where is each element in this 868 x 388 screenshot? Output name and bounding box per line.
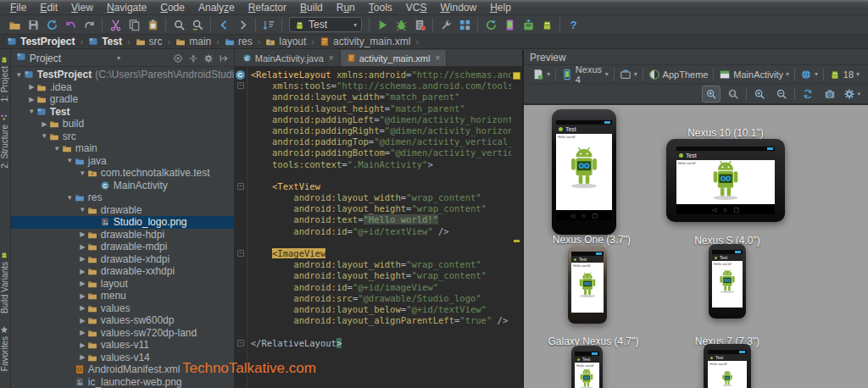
tree-expand-icon[interactable]: ▶ <box>78 329 87 336</box>
run-icon[interactable] <box>373 16 392 33</box>
tree-collapse-icon[interactable]: ▼ <box>14 71 24 79</box>
device-screen[interactable]: TestHello world! <box>575 352 599 388</box>
close-icon[interactable]: × <box>329 53 334 63</box>
sdk-manager-icon[interactable] <box>519 16 537 33</box>
menu-run[interactable]: Run <box>330 1 362 14</box>
collapse-all-icon[interactable] <box>188 53 198 64</box>
tree-item-values[interactable]: ▶values <box>11 302 234 315</box>
device-preview-nexus-4[interactable]: TestHello world!◁⌂▢ <box>552 109 616 235</box>
paste-icon[interactable] <box>143 16 162 33</box>
device-screen[interactable]: TestHello world! <box>712 250 743 308</box>
menu-help[interactable]: Help <box>483 1 518 14</box>
zoom-in[interactable] <box>750 86 769 103</box>
device-preview-nexus-s[interactable]: TestHello world! <box>709 244 746 319</box>
back-icon[interactable] <box>214 16 233 33</box>
device-preview-nexus-10[interactable]: TestHello world!◁⌂▢ <box>666 139 785 222</box>
menu-file[interactable]: File <box>3 1 33 14</box>
menu-refactor[interactable]: Refactor <box>242 1 293 14</box>
zoom-to-fit[interactable] <box>702 86 721 103</box>
locale-select[interactable]: ▾ <box>795 66 823 83</box>
find-icon[interactable] <box>170 16 188 33</box>
tree-item-studio-logo-png[interactable]: Studio_logo.png <box>11 216 234 229</box>
gradle-sync-icon[interactable] <box>481 16 500 33</box>
zoom-actual[interactable]: 1:1 <box>724 86 743 103</box>
tree-item-ic-launcher-web-png[interactable]: ic_launcher-web.png <box>11 376 234 388</box>
editor-body[interactable]: C−−−− <RelativeLayout xmlns:android="htt… <box>235 67 522 388</box>
device-screen[interactable]: TestHello world!◁⌂▢ <box>676 147 775 214</box>
tree-item-main[interactable]: ▼main <box>11 142 234 155</box>
tree-item-testproject[interactable]: ▼TestProject(C:\Users\Paresh\AndroidStud… <box>11 69 234 81</box>
fold-marker-icon[interactable]: − <box>237 250 244 257</box>
refresh[interactable] <box>798 86 817 103</box>
render-config[interactable]: ▾ <box>527 66 555 83</box>
device-screen[interactable]: TestHello world! <box>708 350 747 388</box>
fold-marker-icon[interactable]: − <box>237 340 244 346</box>
tree-item-layout[interactable]: ▶layout <box>11 278 234 291</box>
copy-icon[interactable] <box>125 16 143 33</box>
menu-analyze[interactable]: Analyze <box>192 1 242 14</box>
undo-icon[interactable] <box>61 16 80 33</box>
tree-collapse-icon[interactable]: ▼ <box>78 169 87 177</box>
menu-edit[interactable]: Edit <box>33 1 64 14</box>
project-structure-icon[interactable] <box>455 16 474 33</box>
tab-activity-main-xml[interactable]: activity_main.xml× <box>341 50 448 66</box>
toolwindow-favorites[interactable]: Favorites <box>0 325 9 371</box>
toolwindow-structure[interactable]: 2: Structure <box>0 114 9 169</box>
menu-window[interactable]: Window <box>433 1 483 14</box>
device-preview-nexus-7[interactable]: TestHello world! <box>704 344 751 388</box>
orientation[interactable]: ▾ <box>615 66 643 83</box>
toolwindow-build-variants[interactable]: Build Variants <box>0 251 9 313</box>
tree-item-src[interactable]: ▼src <box>11 130 234 143</box>
tree-expand-icon[interactable]: ▶ <box>78 243 87 251</box>
api-select[interactable]: 18▾ <box>824 66 865 83</box>
settings-gear-icon[interactable] <box>203 53 214 64</box>
breadcrumb-test[interactable]: Test <box>86 36 124 47</box>
menu-code[interactable]: Code <box>153 1 192 14</box>
tree-item-values-sw720dp-land[interactable]: ▶values-sw720dp-land <box>11 327 234 340</box>
help-icon[interactable]: ? <box>564 16 582 33</box>
tree-item-test[interactable]: ▼Test <box>11 106 234 119</box>
tree-collapse-icon[interactable]: ▼ <box>53 145 62 152</box>
tree-item--idea[interactable]: ▶.idea <box>11 81 234 94</box>
tree-item-build[interactable]: ▶build <box>11 118 234 130</box>
validation-marker[interactable] <box>513 72 520 80</box>
tree-collapse-icon[interactable]: ▼ <box>40 132 49 140</box>
tree-item-java[interactable]: ▼java <box>11 155 234 168</box>
tree-item-gradle[interactable]: ▶gradle <box>11 93 234 106</box>
tree-collapse-icon[interactable]: ▼ <box>27 108 36 115</box>
tree-item-res[interactable]: ▼res <box>11 191 234 204</box>
tree-expand-icon[interactable]: ▶ <box>78 353 87 361</box>
synchronize-icon[interactable] <box>42 16 61 33</box>
tree-expand-icon[interactable]: ▶ <box>78 292 87 300</box>
theme-select[interactable]: AppTheme <box>643 66 714 83</box>
chevron-down-icon[interactable]: ▾ <box>117 54 120 62</box>
redo-icon[interactable] <box>80 16 98 33</box>
close-icon[interactable]: × <box>435 53 440 63</box>
activity-select[interactable]: MainActivity▾ <box>714 66 794 83</box>
highlight-marker[interactable] <box>514 240 520 242</box>
tab-mainactivity-java[interactable]: CMainActivity.java× <box>236 50 341 66</box>
tree-expand-icon[interactable]: ▶ <box>78 268 87 275</box>
tree-expand-icon[interactable]: ▶ <box>40 120 49 128</box>
tree-item-drawable-xhdpi[interactable]: ▶drawable-xhdpi <box>11 253 234 266</box>
save-all-icon[interactable] <box>24 16 42 33</box>
tree-expand-icon[interactable]: ▶ <box>27 83 36 91</box>
device-preview-galaxy-nexus[interactable]: TestHello world! <box>571 346 603 388</box>
tree-item-mainactivity[interactable]: CMainActivity <box>11 180 234 192</box>
screenshot[interactable] <box>821 86 839 103</box>
avd-manager-icon[interactable] <box>500 16 519 33</box>
preview-settings[interactable]: ▾ <box>843 86 861 103</box>
replace-icon[interactable] <box>188 16 207 33</box>
menu-tools[interactable]: Tools <box>362 1 399 14</box>
tree-collapse-icon[interactable]: ▼ <box>65 194 75 202</box>
tree-collapse-icon[interactable]: ▼ <box>78 206 87 213</box>
open-file-icon[interactable] <box>5 16 24 33</box>
menu-view[interactable]: View <box>64 1 100 14</box>
breadcrumb-testproject[interactable]: TestProject <box>5 36 76 47</box>
debug-icon[interactable] <box>392 16 410 33</box>
toolwindow-project[interactable]: 1: Project <box>0 55 9 102</box>
device-preview-nexus-one[interactable]: TestHello world! <box>568 246 607 324</box>
tree-expand-icon[interactable]: ▶ <box>78 317 87 324</box>
breadcrumb-activity-main-xml[interactable]: activity_main.xml <box>318 36 412 47</box>
device-screen[interactable]: TestHello world!◁⌂▢ <box>556 120 612 220</box>
